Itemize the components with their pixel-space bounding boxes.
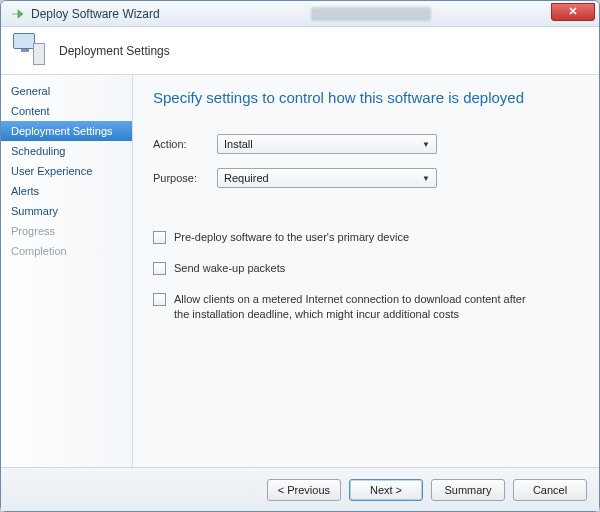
computer-icon bbox=[13, 33, 49, 69]
purpose-value: Required bbox=[224, 172, 269, 184]
sidebar-item-general[interactable]: General bbox=[1, 81, 132, 101]
action-label: Action: bbox=[153, 138, 217, 150]
summary-button[interactable]: Summary bbox=[431, 479, 505, 501]
wakeup-label: Send wake-up packets bbox=[174, 261, 285, 276]
titlebar-blur-area bbox=[311, 7, 431, 21]
chevron-down-icon: ▼ bbox=[422, 140, 430, 149]
predeploy-row: Pre-deploy software to the user's primar… bbox=[153, 230, 579, 245]
next-button[interactable]: Next > bbox=[349, 479, 423, 501]
metered-row: Allow clients on a metered Internet conn… bbox=[153, 292, 579, 322]
sidebar-item-deployment-settings[interactable]: Deployment Settings bbox=[1, 121, 132, 141]
sidebar-item-completion: Completion bbox=[1, 241, 132, 261]
checkbox-group: Pre-deploy software to the user's primar… bbox=[153, 230, 579, 337]
action-combobox[interactable]: Install ▼ bbox=[217, 134, 437, 154]
sidebar: General Content Deployment Settings Sche… bbox=[1, 75, 133, 467]
metered-checkbox[interactable] bbox=[153, 293, 166, 306]
cancel-button[interactable]: Cancel bbox=[513, 479, 587, 501]
window-title: Deploy Software Wizard bbox=[31, 7, 311, 21]
sidebar-item-content[interactable]: Content bbox=[1, 101, 132, 121]
wizard-footer: < Previous Next > Summary Cancel bbox=[1, 467, 599, 511]
page-title: Deployment Settings bbox=[59, 44, 170, 58]
action-value: Install bbox=[224, 138, 253, 150]
sidebar-item-alerts[interactable]: Alerts bbox=[1, 181, 132, 201]
predeploy-label: Pre-deploy software to the user's primar… bbox=[174, 230, 409, 245]
sidebar-item-scheduling[interactable]: Scheduling bbox=[1, 141, 132, 161]
titlebar: Deploy Software Wizard bbox=[1, 1, 599, 27]
main-panel: Specify settings to control how this sof… bbox=[133, 75, 599, 467]
close-button[interactable] bbox=[551, 3, 595, 21]
chevron-down-icon: ▼ bbox=[422, 174, 430, 183]
sidebar-item-progress: Progress bbox=[1, 221, 132, 241]
purpose-label: Purpose: bbox=[153, 172, 217, 184]
metered-label: Allow clients on a metered Internet conn… bbox=[174, 292, 534, 322]
wizard-body: General Content Deployment Settings Sche… bbox=[1, 75, 599, 467]
purpose-row: Purpose: Required ▼ bbox=[153, 168, 579, 188]
wakeup-checkbox[interactable] bbox=[153, 262, 166, 275]
previous-button[interactable]: < Previous bbox=[267, 479, 341, 501]
predeploy-checkbox[interactable] bbox=[153, 231, 166, 244]
purpose-combobox[interactable]: Required ▼ bbox=[217, 168, 437, 188]
wizard-header: Deployment Settings bbox=[1, 27, 599, 75]
sidebar-item-user-experience[interactable]: User Experience bbox=[1, 161, 132, 181]
wakeup-row: Send wake-up packets bbox=[153, 261, 579, 276]
close-icon bbox=[568, 6, 578, 18]
app-arrow-icon bbox=[9, 6, 25, 22]
action-row: Action: Install ▼ bbox=[153, 134, 579, 154]
sidebar-item-summary[interactable]: Summary bbox=[1, 201, 132, 221]
main-heading: Specify settings to control how this sof… bbox=[153, 89, 579, 106]
wizard-window: Deploy Software Wizard Deployment Settin… bbox=[0, 0, 600, 512]
